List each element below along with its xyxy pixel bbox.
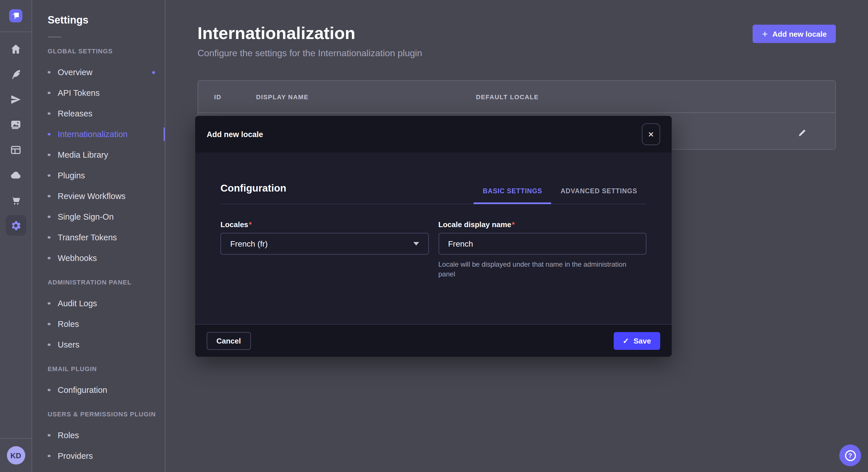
display-name-label: Locale display name* <box>438 220 515 229</box>
sidebar-item-label: Internationalization <box>58 130 127 139</box>
display-name-input[interactable] <box>438 233 646 255</box>
cloud-icon[interactable] <box>5 165 26 185</box>
sidebar-item-label: Providers <box>58 451 93 461</box>
settings-gear-icon[interactable] <box>5 215 26 236</box>
marketplace-cart-icon[interactable] <box>5 190 26 210</box>
tab-advanced-settings[interactable]: ADVANCED SETTINGS <box>551 188 646 204</box>
modal-header: Add new locale ✕ <box>195 116 672 153</box>
locales-select[interactable]: French (fr) <box>220 233 429 255</box>
save-button[interactable]: ✓ Save <box>613 332 660 349</box>
sidebar-title: Settings <box>48 12 165 28</box>
configuration-title: Configuration <box>220 182 286 204</box>
sidebar-item-label: Media Library <box>58 150 108 160</box>
title-divider <box>48 37 61 37</box>
display-name-hint: Locale will be displayed under that name… <box>438 260 633 279</box>
sidebar-item-label: Audit Logs <box>58 299 97 308</box>
bullet-icon <box>48 112 50 115</box>
locales-label: Locales* <box>220 220 252 229</box>
notification-dot-icon <box>152 71 155 74</box>
configuration-header-row: Configuration BASIC SETTINGS ADVANCED SE… <box>220 153 646 204</box>
layout-window-icon[interactable] <box>5 139 26 160</box>
nav-rail: KD <box>0 0 32 472</box>
settings-tabs: BASIC SETTINGS ADVANCED SETTINGS <box>474 188 646 204</box>
sidebar-item-api-tokens[interactable]: API Tokens <box>32 82 165 103</box>
rail-logo-area <box>0 0 32 32</box>
sidebar-item-label: Single Sign-On <box>58 212 114 222</box>
send-plane-icon[interactable] <box>5 89 26 109</box>
page-subtitle: Configure the settings for the Internati… <box>197 48 422 59</box>
plus-icon: + <box>762 29 768 39</box>
sidebar-item-admin-users[interactable]: Users <box>32 334 165 355</box>
page-title: Internationalization <box>197 23 422 43</box>
section-header: ADMINISTRATION PANEL <box>48 278 165 286</box>
cancel-button[interactable]: Cancel <box>207 332 251 349</box>
sidebar-item-up-roles[interactable]: Roles <box>32 425 165 446</box>
home-icon[interactable] <box>5 38 26 59</box>
bullet-icon <box>48 154 50 156</box>
sidebar-item-label: Users <box>58 340 80 349</box>
sidebar-item-label: Configuration <box>58 385 107 395</box>
bullet-icon <box>48 195 50 198</box>
content-feather-icon[interactable] <box>5 64 26 84</box>
section-header: EMAIL PLUGIN <box>48 365 165 373</box>
add-new-locale-modal: Add new locale ✕ Configuration BASIC SET… <box>195 116 672 357</box>
section-global-settings: GLOBAL SETTINGS Overview API Tokens Rele… <box>32 47 165 268</box>
bullet-icon <box>48 343 50 346</box>
bullet-icon <box>48 257 50 260</box>
section-administration-panel: ADMINISTRATION PANEL Audit Logs Roles Us… <box>32 278 165 355</box>
sidebar-item-label: Roles <box>58 431 79 440</box>
locales-select-value: French (fr) <box>230 239 268 248</box>
modal-fields: Locales* French (fr) Locale display name… <box>220 219 646 279</box>
section-users-permissions-plugin: USERS & PERMISSIONS PLUGIN Roles Provide… <box>32 410 165 466</box>
display-name-field: Locale display name* Locale will be disp… <box>438 219 646 279</box>
add-button-label: Add new locale <box>772 30 827 38</box>
sidebar-item-label: Plugins <box>58 171 85 180</box>
bullet-icon <box>48 389 50 392</box>
sidebar-item-email-configuration[interactable]: Configuration <box>32 380 165 400</box>
sidebar-item-media-library[interactable]: Media Library <box>32 144 165 165</box>
column-header-id: ID <box>214 93 256 100</box>
bullet-icon <box>48 236 50 239</box>
sidebar-item-audit-logs[interactable]: Audit Logs <box>32 293 165 314</box>
sidebar-item-up-providers[interactable]: Providers <box>32 446 165 466</box>
media-images-icon[interactable] <box>5 114 26 135</box>
sidebar-item-single-sign-on[interactable]: Single Sign-On <box>32 206 165 227</box>
bullet-icon <box>48 92 50 94</box>
bullet-icon <box>48 323 50 326</box>
sidebar-item-internationalization[interactable]: Internationalization <box>32 124 165 144</box>
close-icon[interactable]: ✕ <box>642 123 660 145</box>
sidebar-item-label: Webhooks <box>58 254 97 263</box>
user-avatar[interactable]: KD <box>7 446 25 465</box>
locales-field: Locales* French (fr) <box>220 219 429 279</box>
save-button-label: Save <box>633 336 651 345</box>
modal-title: Add new locale <box>207 130 263 138</box>
section-email-plugin: EMAIL PLUGIN Configuration <box>32 365 165 400</box>
sidebar-item-label: Overview <box>58 68 92 77</box>
sidebar-item-releases[interactable]: Releases <box>32 103 165 124</box>
question-mark-icon: ? <box>845 450 856 461</box>
sidebar-item-label: API Tokens <box>58 88 100 98</box>
edit-pencil-icon[interactable] <box>794 126 810 142</box>
app-root: KD Settings GLOBAL SETTINGS Overview API… <box>0 0 868 472</box>
section-header: GLOBAL SETTINGS <box>48 47 165 55</box>
section-header: USERS & PERMISSIONS PLUGIN <box>48 410 165 418</box>
add-new-locale-button[interactable]: + Add new locale <box>753 25 836 43</box>
tab-basic-settings[interactable]: BASIC SETTINGS <box>474 188 551 204</box>
sidebar-item-plugins[interactable]: Plugins <box>32 165 165 186</box>
rail-user-area: KD <box>0 438 32 472</box>
required-asterisk: * <box>512 220 515 229</box>
bullet-icon <box>48 174 50 177</box>
sidebar-item-review-workflows[interactable]: Review Workflows <box>32 186 165 206</box>
sidebar-item-label: Transfer Tokens <box>58 233 117 242</box>
modal-footer: Cancel ✓ Save <box>195 324 672 357</box>
strapi-logo[interactable] <box>9 9 22 22</box>
sidebar-item-label: Roles <box>58 319 79 329</box>
help-button[interactable]: ? <box>839 444 861 466</box>
sidebar-item-webhooks[interactable]: Webhooks <box>32 248 165 268</box>
modal-body: Configuration BASIC SETTINGS ADVANCED SE… <box>195 153 672 324</box>
sidebar-item-admin-roles[interactable]: Roles <box>32 314 165 334</box>
sidebar-item-transfer-tokens[interactable]: Transfer Tokens <box>32 227 165 248</box>
sidebar-item-label: Review Workflows <box>58 192 125 201</box>
sidebar-item-overview[interactable]: Overview <box>32 62 165 82</box>
page-header: Internationalization Configure the setti… <box>197 0 836 59</box>
